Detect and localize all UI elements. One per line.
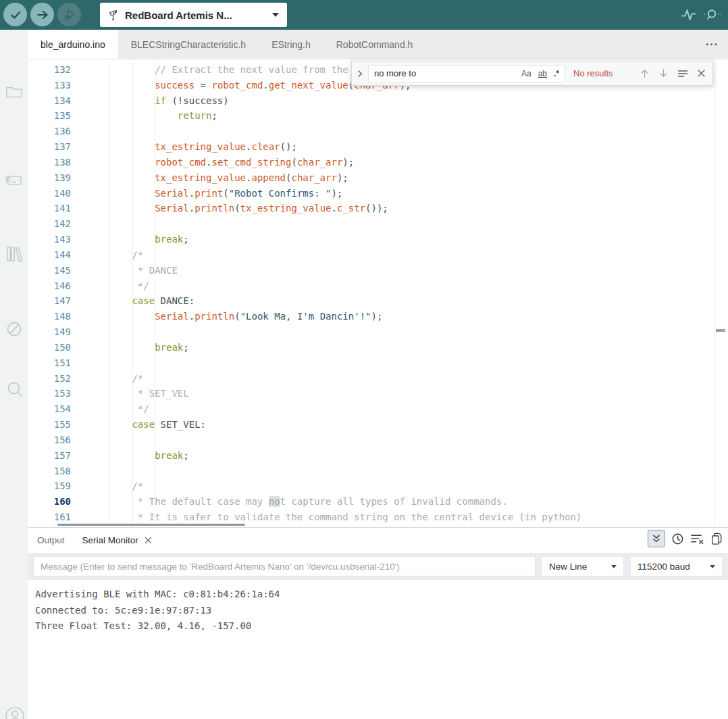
library-manager-button[interactable]: [5, 245, 23, 263]
serial-message-input[interactable]: [33, 556, 536, 576]
code-line[interactable]: 142: [28, 216, 714, 232]
tab-robotcommand[interactable]: RobotCommand.h: [323, 30, 426, 59]
debug-button[interactable]: [57, 3, 81, 26]
regex-button[interactable]: .*: [552, 69, 561, 78]
baud-rate-select[interactable]: 115200 baud: [630, 556, 723, 576]
account-button[interactable]: [4, 705, 26, 719]
code-line[interactable]: 152 /*: [28, 371, 714, 387]
toggle-replace-button[interactable]: [356, 70, 364, 78]
find-query-text: no more to: [374, 68, 516, 78]
sketchbook-button[interactable]: [5, 84, 23, 100]
line-number: 156: [28, 432, 71, 448]
line-number: 144: [28, 247, 71, 263]
code-line[interactable]: 144 /*: [28, 247, 714, 263]
timestamp-toggle[interactable]: [671, 532, 684, 545]
code-line[interactable]: 148 Serial.println("Look Ma, I'm Dancin'…: [28, 309, 714, 324]
find-widget: no more to Aa ab .* No results: [351, 61, 713, 86]
bottom-panel: Output Serial Monitor: [28, 527, 728, 719]
code-line[interactable]: 143 break;: [28, 232, 714, 247]
code-line[interactable]: 136: [28, 124, 714, 139]
clear-output-icon: [690, 532, 704, 545]
tab-label: ble_arduino.ino: [41, 39, 105, 50]
serial-monitor-button[interactable]: [702, 7, 723, 22]
code-line[interactable]: 145 * DANCE: [28, 263, 714, 278]
search-button[interactable]: [5, 380, 24, 399]
code-line[interactable]: 140 Serial.print("Robot Confirms: ");: [28, 186, 714, 201]
serial-message-row: New Line 115200 baud: [28, 553, 728, 580]
arrow-right-icon: [36, 8, 49, 22]
debug-panel-button[interactable]: [5, 320, 23, 338]
tab-ble-arduino[interactable]: ble_arduino.ino: [28, 30, 118, 59]
previous-match-button[interactable]: [640, 68, 650, 78]
code-line[interactable]: 135 return;: [28, 108, 714, 124]
code-line[interactable]: 150 break;: [28, 340, 714, 355]
line-number: 146: [28, 278, 71, 294]
code-editor[interactable]: 132 // Extract the next value from the c…: [28, 59, 714, 527]
whole-word-button[interactable]: ab: [537, 69, 548, 78]
boards-manager-button[interactable]: [5, 172, 23, 189]
code-line[interactable]: 149: [28, 324, 714, 340]
horizontal-scrollbar-thumb[interactable]: [57, 524, 245, 526]
serial-plotter-button[interactable]: [681, 7, 697, 22]
serial-plotter-icon: [681, 7, 697, 22]
line-number: 158: [28, 464, 71, 479]
code-line[interactable]: 153 * SET_VEL: [28, 386, 714, 401]
autoscroll-toggle[interactable]: [648, 530, 665, 547]
code-line[interactable]: 156: [28, 432, 714, 448]
copy-output-button[interactable]: [710, 532, 723, 545]
code-line[interactable]: 155 case SET_VEL:: [28, 417, 714, 432]
code-line[interactable]: 137 tx_estring_value.clear();: [28, 139, 714, 155]
upload-button[interactable]: [30, 3, 54, 26]
code-line[interactable]: 161 * It is safer to validate the comman…: [28, 510, 714, 525]
match-case-button[interactable]: Aa: [520, 69, 533, 78]
tab-serial-monitor[interactable]: Serial Monitor: [82, 535, 152, 545]
tab-overflow-button[interactable]: ···: [696, 30, 728, 59]
code-line[interactable]: 159 /*: [28, 478, 714, 494]
overview-ruler[interactable]: [714, 59, 728, 527]
books-icon: [5, 245, 23, 263]
line-number: 150: [28, 340, 71, 355]
line-number: 160: [28, 494, 71, 510]
close-serial-monitor-button[interactable]: [145, 537, 152, 544]
code-line[interactable]: 147 case DANCE:: [28, 293, 714, 309]
folder-icon: [5, 84, 23, 100]
board-selector[interactable]: RedBoard Artemis N...: [100, 3, 287, 27]
code-line[interactable]: 154 */: [28, 401, 714, 417]
board-selector-label: RedBoard Artemis N...: [125, 9, 232, 21]
tab-estring[interactable]: EString.h: [259, 30, 323, 59]
close-find-button[interactable]: [697, 69, 706, 78]
code-line[interactable]: 134 if (!success): [28, 93, 714, 109]
code-line[interactable]: 158: [28, 464, 714, 479]
find-results-count: No results: [573, 68, 613, 78]
chevron-down-icon: [710, 565, 715, 568]
tab-output[interactable]: Output: [37, 535, 65, 545]
tab-blecstringcharacteristic[interactable]: BLECStringCharacteristic.h: [118, 30, 259, 59]
person-icon: [4, 705, 26, 719]
usb-icon: [108, 9, 118, 22]
chevron-down-icon: [611, 565, 617, 568]
code-line[interactable]: 146 */: [28, 278, 714, 294]
line-number: 135: [28, 108, 71, 124]
code-line[interactable]: 160 * The default case may not capture a…: [28, 494, 714, 510]
tab-label: Output: [37, 535, 65, 545]
find-in-selection-button[interactable]: [677, 69, 688, 78]
editor-tabbar: ble_arduino.ino BLECStringCharacteristic…: [28, 30, 728, 59]
verify-button[interactable]: [3, 3, 27, 26]
tab-label: RobotCommand.h: [336, 39, 413, 50]
code-line[interactable]: 157 break;: [28, 448, 714, 464]
code-line[interactable]: 139 tx_estring_value.append(char_arr);: [28, 170, 714, 186]
code-line[interactable]: 141 Serial.println(tx_estring_value.c_st…: [28, 201, 714, 216]
line-number: 155: [28, 417, 71, 432]
line-ending-select[interactable]: New Line: [542, 556, 624, 576]
line-number: 140: [28, 186, 71, 201]
find-input[interactable]: no more to Aa ab .*: [368, 65, 565, 82]
selection-lines-icon: [677, 69, 688, 78]
line-number: 154: [28, 401, 71, 417]
line-number: 152: [28, 371, 71, 387]
line-number: 148: [28, 309, 71, 324]
code-line[interactable]: 138 robot_cmd.set_cmd_string(char_arr);: [28, 155, 714, 170]
clear-output-button[interactable]: [690, 532, 704, 545]
serial-output-line: Advertising BLE with MAC: c0:81:b4:26:1a…: [35, 587, 728, 603]
next-match-button[interactable]: [658, 68, 669, 78]
code-line[interactable]: 151: [28, 355, 714, 371]
